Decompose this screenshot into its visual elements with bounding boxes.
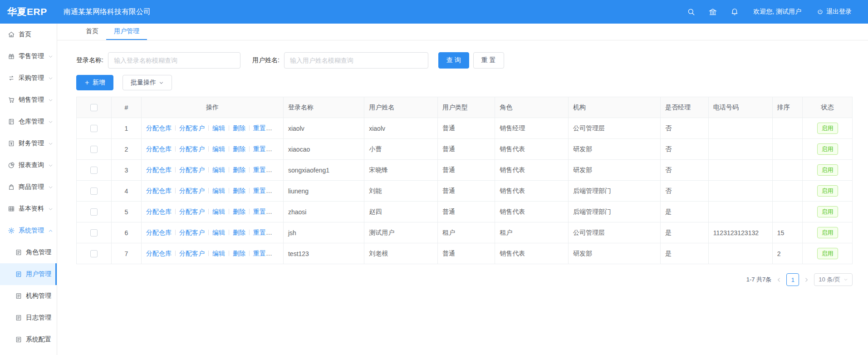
assign-warehouse-link[interactable]: 分配仓库: [146, 229, 172, 236]
sidebar-item-products[interactable]: 商品管理: [0, 176, 57, 198]
home-icon: [8, 31, 15, 38]
status-badge: 启用: [817, 227, 838, 238]
sidebar-subitem-roles[interactable]: 角色管理: [0, 242, 57, 263]
sidebar-item-reports[interactable]: 报表查询: [0, 154, 57, 176]
assign-customer-link[interactable]: 分配客户: [179, 187, 205, 194]
delete-link[interactable]: 删除: [233, 166, 245, 173]
divider: [208, 188, 209, 193]
row-checkbox[interactable]: [90, 125, 98, 132]
delete-link[interactable]: 删除: [233, 145, 245, 153]
delete-link[interactable]: 删除: [233, 124, 245, 132]
sidebar-subitem-orgs[interactable]: 机构管理: [0, 285, 57, 307]
cell-login: zhaosi: [283, 202, 364, 222]
table-row: 1分配仓库分配客户编辑删除重置密码xiaolvxiaolv普通销售经理公司管理层…: [77, 118, 853, 139]
user-name-input[interactable]: [284, 52, 428, 69]
reset-password-link[interactable]: 重置密码: [253, 229, 279, 236]
sidebar-subitem-label: 用户管理: [26, 270, 51, 278]
sidebar-item-system[interactable]: 系统管理: [0, 220, 57, 242]
next-page-button[interactable]: [804, 277, 809, 283]
edit-link[interactable]: 编辑: [212, 187, 225, 194]
edit-link[interactable]: 编辑: [212, 208, 225, 215]
edit-link[interactable]: 编辑: [212, 145, 225, 153]
select-all-checkbox[interactable]: [90, 104, 98, 111]
page-number-button[interactable]: 1: [786, 273, 799, 286]
edit-link[interactable]: 编辑: [212, 166, 225, 173]
delete-link[interactable]: 删除: [233, 208, 245, 215]
status-badge: 启用: [817, 143, 838, 155]
row-checkbox[interactable]: [90, 208, 98, 216]
doc-icon: [15, 271, 22, 278]
assign-warehouse-link[interactable]: 分配仓库: [146, 166, 172, 173]
bell-icon[interactable]: [731, 8, 739, 16]
delete-link[interactable]: 删除: [233, 250, 245, 257]
row-checkbox[interactable]: [90, 229, 98, 237]
reset-button[interactable]: 重 置: [473, 52, 504, 69]
row-checkbox[interactable]: [90, 250, 98, 257]
add-button[interactable]: 新增: [76, 75, 113, 90]
chevron-down-icon: [843, 277, 848, 282]
query-button[interactable]: 查 询: [438, 52, 469, 69]
assign-warehouse-link[interactable]: 分配仓库: [146, 124, 172, 132]
cell-sort: [772, 139, 802, 160]
page-size-select[interactable]: 10 条/页: [814, 273, 853, 286]
assign-warehouse-link[interactable]: 分配仓库: [146, 250, 172, 257]
assign-customer-link[interactable]: 分配客户: [179, 166, 205, 173]
reset-password-link[interactable]: 重置密码: [253, 208, 279, 215]
edit-link[interactable]: 编辑: [212, 124, 225, 132]
row-checkbox[interactable]: [90, 167, 98, 174]
sidebar-subitem-logs[interactable]: 日志管理: [0, 307, 57, 329]
edit-link[interactable]: 编辑: [212, 229, 225, 236]
reset-password-link[interactable]: 重置密码: [253, 166, 279, 173]
row-operations: 分配仓库分配客户编辑删除重置密码: [142, 160, 284, 181]
assign-warehouse-link[interactable]: 分配仓库: [146, 187, 172, 194]
bank-icon[interactable]: [709, 8, 717, 16]
delete-link[interactable]: 删除: [233, 229, 245, 236]
tab-home[interactable]: 首页: [78, 24, 106, 40]
assign-customer-link[interactable]: 分配客户: [179, 124, 205, 132]
topbar: 华夏ERP 南通某某网络科技有限公司 欢迎您, 测试用户 退出登录: [0, 0, 868, 24]
assign-warehouse-link[interactable]: 分配仓库: [146, 145, 172, 153]
sidebar-subitem-label: 系统配置: [26, 335, 51, 344]
sidebar-item-sales[interactable]: 销售管理: [0, 89, 57, 111]
assign-customer-link[interactable]: 分配客户: [179, 250, 205, 257]
sidebar-item-home[interactable]: 首页: [0, 24, 57, 45]
assign-customer-link[interactable]: 分配客户: [179, 208, 205, 215]
cell-type: 普通: [437, 202, 495, 222]
prev-page-button[interactable]: [776, 277, 782, 283]
sidebar-item-retail[interactable]: 零售管理: [0, 45, 57, 67]
sidebar-item-basic-data[interactable]: 基本资料: [0, 198, 57, 220]
sidebar-item-finance[interactable]: 财务管理: [0, 133, 57, 154]
divider: [229, 125, 229, 131]
assign-customer-link[interactable]: 分配客户: [179, 229, 205, 236]
assign-customer-link[interactable]: 分配客户: [179, 145, 205, 153]
divider: [208, 251, 209, 256]
divider: [249, 209, 250, 214]
reset-password-link[interactable]: 重置密码: [253, 124, 279, 132]
sidebar-subitem-label: 机构管理: [26, 292, 51, 300]
sidebar-subitem-config[interactable]: 系统配置: [0, 329, 57, 350]
cell-manager: 否: [661, 160, 709, 181]
assign-warehouse-link[interactable]: 分配仓库: [146, 208, 172, 215]
row-checkbox[interactable]: [90, 146, 98, 153]
sidebar-item-purchase[interactable]: 采购管理: [0, 67, 57, 89]
reset-password-link[interactable]: 重置密码: [253, 250, 279, 257]
plus-icon: [84, 80, 90, 85]
search-icon[interactable]: [687, 8, 695, 16]
row-checkbox[interactable]: [90, 187, 98, 195]
row-index: 2: [111, 139, 141, 160]
delete-link[interactable]: 删除: [233, 187, 245, 194]
batch-operations-button[interactable]: 批量操作: [123, 75, 172, 90]
cell-manager: 是: [661, 222, 709, 243]
sidebar-item-warehouse[interactable]: 仓库管理: [0, 111, 57, 133]
sidebar-subitem-users[interactable]: 用户管理: [0, 263, 57, 285]
cell-sort: [772, 181, 802, 202]
status-badge: 启用: [817, 248, 838, 259]
reset-password-link[interactable]: 重置密码: [253, 145, 279, 153]
reset-password-link[interactable]: 重置密码: [253, 187, 279, 194]
login-name-input[interactable]: [108, 52, 240, 69]
cart-icon: [8, 96, 15, 104]
logout-button[interactable]: 退出登录: [817, 8, 852, 16]
edit-link[interactable]: 编辑: [212, 250, 225, 257]
tab-user-management[interactable]: 用户管理: [106, 24, 147, 40]
cell-status: 启用: [803, 160, 853, 181]
